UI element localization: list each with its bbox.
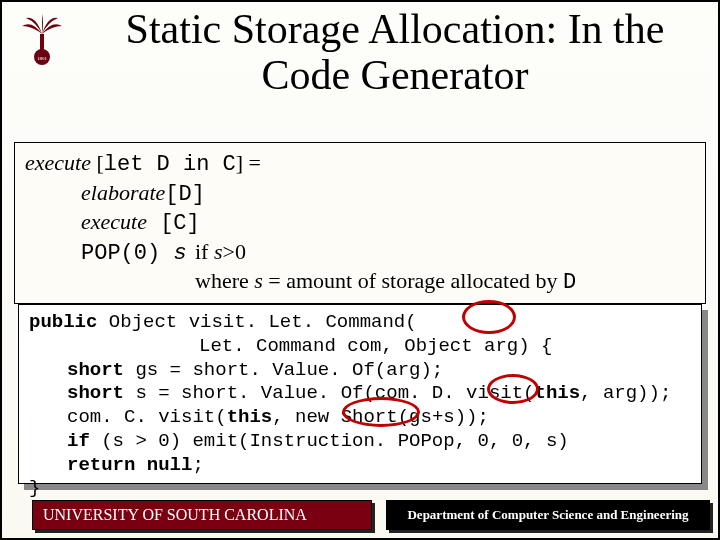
eq-amount: = amount of storage allocated by [263,268,563,293]
slide: 1801 Static Storage Allocation: In the C… [0,0,720,540]
footer-university: UNIVERSITY OF SOUTH CAROLINA [32,500,372,530]
code-text: Object visit. Let. Command( [97,311,416,333]
rule-line-3: execute [C] [25,208,695,238]
lbracket: [ [91,150,104,175]
C-bracket: [C] [147,211,200,236]
kw-this: this [534,382,580,404]
svg-rect-1 [40,34,44,52]
code-text: (s > 0) emit(Instruction. POPop, 0, 0, s… [90,430,569,452]
C-var: C [223,152,236,177]
code-box: public Object visit. Let. Command( Let. … [18,304,702,484]
rbracket-eq: ] = [236,150,261,175]
code-line-4: short s = short. Value. Of(com. D. visit… [29,382,691,406]
palm-tree-icon: 1801 [14,12,70,68]
kw-public: public [29,311,97,333]
s-var-3: s [254,268,263,293]
D-var: D [157,152,170,177]
code-line-1: public Object visit. Let. Command( [29,311,691,335]
kw-short: short [67,382,124,404]
code-text: s = short. Value. Of(com. D. visit( [124,382,534,404]
code-text: , arg)); [580,382,671,404]
code-text: , new Short(gs+s)); [272,406,489,428]
code-line-6: if (s > 0) emit(Instruction. POPop, 0, 0… [29,430,691,454]
D-var-2: D [563,270,576,295]
execute-word-2: execute [81,209,147,234]
code-text: ; [192,454,203,476]
pop-instr: POP(0) [81,241,173,266]
where-word: where [195,268,254,293]
s-var-2: s [214,239,223,264]
kw-if: if [67,430,90,452]
kw-return-null: return null [67,454,192,476]
kw-this: this [227,406,273,428]
D-bracket: [D] [165,182,205,207]
university-logo: 1801 [12,10,72,70]
if-word: if [195,239,214,264]
code-text: gs = short. Value. Of(arg); [124,359,443,381]
in-kw: in [170,152,223,177]
kw-short: short [67,359,124,381]
rule-line-4: POP(0) s if s>0 [25,238,695,268]
elaborate-word: elaborate [81,180,165,205]
svg-text:1801: 1801 [37,56,48,61]
rule-line-5: where s = amount of storage allocated by… [25,267,695,297]
code-line-3: short gs = short. Value. Of(arg); [29,359,691,383]
s-var: s [173,241,186,266]
execute-word: execute [25,150,91,175]
rule-line-1: execute [let D in C] = [25,149,695,179]
code-line-5: com. C. visit(this, new Short(gs+s)); [29,406,691,430]
code-line-8: } [29,477,691,501]
slide-title: Static Storage Allocation: In the Code G… [82,6,708,98]
code-text: com. C. visit( [67,406,227,428]
let-kw: let [104,152,157,177]
code-line-2: Let. Command com, Object arg) { [29,335,691,359]
rule-box: execute [let D in C] = elaborate[D] exec… [14,142,706,304]
code-line-7: return null; [29,454,691,478]
rule-line-2: elaborate[D] [25,179,695,209]
gt-zero: >0 [223,239,246,264]
footer-department: Department of Computer Science and Engin… [386,500,710,530]
